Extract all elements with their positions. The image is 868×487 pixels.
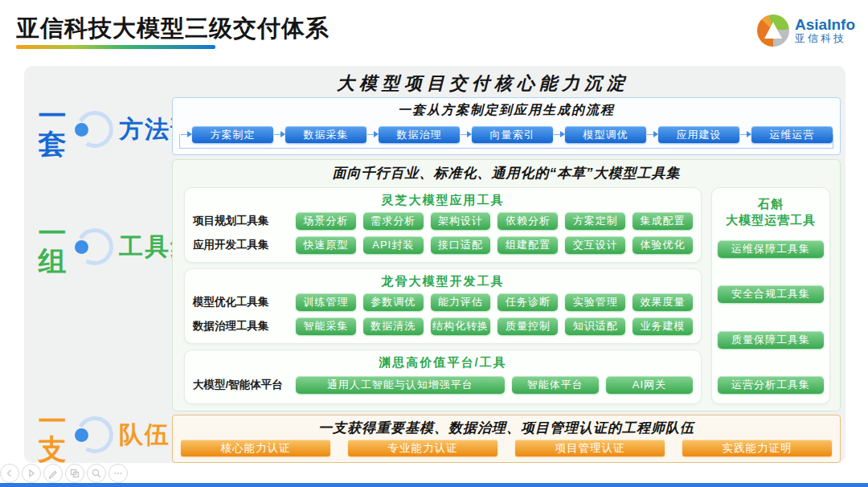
asiainfo-logo-icon bbox=[757, 14, 789, 47]
level-team: 一 支 队伍 bbox=[34, 407, 170, 463]
tool-chip: 安全合规工具集 bbox=[718, 285, 824, 303]
panel-shihu-title-line2: 大模型运营工具 bbox=[726, 213, 816, 227]
tool-chip: 体验优化 bbox=[633, 236, 693, 254]
delivery-system-board: 大模型项目交付核心能力沉淀 一 套 方法论 一 组 工具集 一 支 队伍 bbox=[24, 66, 845, 463]
tool-chip: 运营分析工具集 bbox=[718, 376, 824, 394]
row-label: 数据治理工具集 bbox=[193, 319, 288, 334]
toolset-section: 面向千行百业、标准化、通用化的“本草”大模型工具集 灵芝大模型应用工具 项目规划… bbox=[172, 159, 841, 411]
methodology-section: 一套从方案制定到应用生成的流程 方案制定 数据采集 数据治理 向量索引 模型调优… bbox=[172, 97, 841, 155]
flow-step: 方案制定 bbox=[192, 126, 273, 143]
tool-chip: 依赖分析 bbox=[497, 212, 558, 230]
tool-chip: 快速原型 bbox=[296, 236, 356, 254]
bottom-progress-bar[interactable] bbox=[0, 483, 868, 487]
row-label: 大模型/智能体平台 bbox=[193, 378, 288, 392]
toolset-title: 面向千行百业、标准化、通用化的“本草”大模型工具集 bbox=[173, 164, 840, 182]
panel-lingzhi: 灵芝大模型应用工具 项目规划工具集 场景分析 需求分析 架构设计 依赖分析 方案… bbox=[184, 187, 702, 263]
tool-chip: 集成配置 bbox=[633, 212, 693, 230]
pencil-icon[interactable] bbox=[43, 464, 63, 483]
tool-chip: 能力评估 bbox=[431, 293, 491, 311]
flow-step: 模型调优 bbox=[565, 126, 646, 143]
level-2-char-2: 组 bbox=[39, 247, 67, 275]
tool-chip: 通用人工智能与认知增强平台 bbox=[296, 376, 505, 394]
back-icon[interactable] bbox=[0, 464, 19, 483]
cert-chip: 专业能力认证 bbox=[348, 440, 497, 456]
tool-chip: API封装 bbox=[363, 236, 424, 254]
panel-longgu-title: 龙骨大模型开发工具 bbox=[193, 274, 693, 289]
flow-step: 数据采集 bbox=[285, 126, 366, 143]
tool-chip: 智能采集 bbox=[296, 317, 356, 335]
process-flow: 方案制定 数据采集 数据治理 向量索引 模型调优 应用建设 运维运营 bbox=[180, 126, 833, 143]
copy-icon[interactable] bbox=[65, 464, 84, 483]
panel-longgu: 龙骨大模型开发工具 模型优化工具集 训练管理 参数调优 能力评估 任务诊断 实验… bbox=[184, 268, 702, 344]
tool-chip: 场景分析 bbox=[296, 212, 356, 230]
flow-step: 向量索引 bbox=[472, 126, 553, 143]
tool-chip: AI网关 bbox=[606, 376, 693, 394]
level-arc-icon bbox=[74, 108, 116, 150]
flow-step: 运维运营 bbox=[751, 126, 833, 143]
search-icon[interactable] bbox=[87, 464, 106, 483]
cert-chip: 核心能力认证 bbox=[181, 440, 330, 456]
tool-chip: 效果度量 bbox=[633, 293, 693, 311]
board-header: 大模型项目交付核心能力沉淀 bbox=[121, 72, 845, 96]
level-2-char-1: 一 bbox=[39, 219, 67, 247]
row-label: 应用开发工具集 bbox=[193, 238, 288, 252]
logo-name: AsiaInfo bbox=[795, 17, 855, 33]
tool-chip: 结构化转换 bbox=[431, 317, 491, 335]
level-1-char-2: 套 bbox=[39, 129, 67, 158]
tool-chip: 训练管理 bbox=[296, 293, 356, 311]
team-title: 一支获得重要基模、数据治理、项目管理认证的工程师队伍 bbox=[173, 419, 840, 437]
cert-chip: 项目管理认证 bbox=[515, 440, 665, 456]
page-title: 亚信科技大模型三级交付体系 bbox=[16, 13, 330, 45]
tool-chip: 运维保障工具集 bbox=[718, 240, 824, 258]
level-3-char-2: 支 bbox=[39, 435, 67, 463]
panel-lingzhi-title: 灵芝大模型应用工具 bbox=[193, 193, 693, 208]
tool-chip: 质量控制 bbox=[497, 317, 558, 335]
tool-chip: 数据清洗 bbox=[363, 317, 424, 335]
forward-icon[interactable] bbox=[22, 464, 41, 483]
tool-chip: 知识适配 bbox=[565, 317, 625, 335]
logo-subtitle: 亚信科技 bbox=[795, 33, 855, 44]
title-underline bbox=[16, 45, 215, 49]
row-label: 项目规划工具集 bbox=[193, 214, 288, 228]
tool-chip: 质量保障工具集 bbox=[718, 331, 824, 349]
tool-chip: 架构设计 bbox=[431, 212, 491, 230]
level-arc-icon bbox=[74, 414, 116, 456]
asiainfo-logo: AsiaInfo 亚信科技 bbox=[757, 14, 855, 47]
tool-chip: 组建配置 bbox=[497, 236, 558, 254]
tool-chip: 方案定制 bbox=[565, 212, 625, 230]
tool-chip: 任务诊断 bbox=[497, 293, 558, 311]
panel-shihu: 石斛 大模型运营工具 运维保障工具集 安全合规工具集 质量保障工具集 运营分析工… bbox=[711, 187, 830, 404]
cert-chip: 实践能力证明 bbox=[682, 440, 832, 456]
tool-chip: 业务建模 bbox=[633, 317, 693, 335]
viewer-toolbar bbox=[0, 464, 128, 483]
team-section: 一支获得重要基模、数据治理、项目管理认证的工程师队伍 核心能力认证 专业能力认证… bbox=[172, 415, 841, 463]
tool-chip: 接口适配 bbox=[431, 236, 491, 254]
methodology-title: 一套从方案制定到应用生成的流程 bbox=[173, 102, 840, 119]
tool-chip: 需求分析 bbox=[363, 212, 424, 230]
panel-shihu-title-line1: 石斛 bbox=[758, 197, 784, 211]
more-icon[interactable] bbox=[108, 464, 128, 483]
panel-yuansi-title: 渊思高价值平台/工具 bbox=[193, 355, 693, 370]
flow-step: 应用建设 bbox=[658, 126, 739, 143]
level-1-char-1: 一 bbox=[39, 101, 67, 129]
level-3-label: 队伍 bbox=[119, 419, 170, 452]
tool-chip: 智能体平台 bbox=[512, 376, 599, 394]
flow-step: 数据治理 bbox=[379, 126, 460, 143]
panel-yuansi: 渊思高价值平台/工具 大模型/智能体平台 通用人工智能与认知增强平台 智能体平台… bbox=[184, 350, 702, 404]
level-3-char-1: 一 bbox=[39, 407, 67, 435]
tool-chip: 参数调优 bbox=[363, 293, 424, 311]
level-arc-icon bbox=[74, 226, 116, 268]
tool-chip: 交互设计 bbox=[565, 236, 625, 254]
row-label: 模型优化工具集 bbox=[193, 295, 288, 309]
tool-chip: 实验管理 bbox=[565, 293, 625, 311]
